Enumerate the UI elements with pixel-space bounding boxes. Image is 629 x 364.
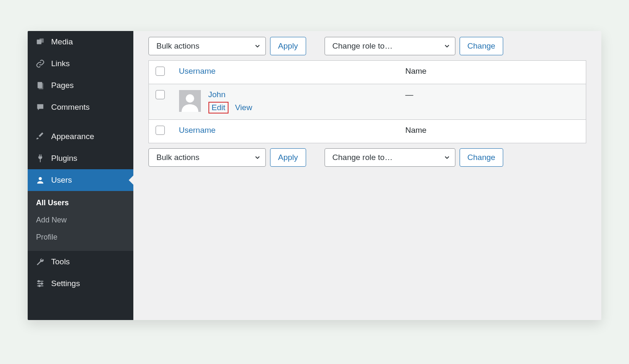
sidebar-item-pages[interactable]: Pages <box>28 75 133 96</box>
column-username[interactable]: Username <box>172 61 399 84</box>
sidebar-item-label: Plugins <box>51 154 77 163</box>
content-area: Bulk actions Apply Change role to… Chang… <box>133 31 601 320</box>
comment-icon <box>35 102 45 112</box>
sidebar-item-tools[interactable]: Tools <box>28 251 133 273</box>
users-table: Username Name John <box>148 60 586 143</box>
column-username-bottom[interactable]: Username <box>172 120 399 143</box>
user-icon <box>35 175 45 185</box>
svg-point-7 <box>39 285 40 287</box>
sidebar-item-plugins[interactable]: Plugins <box>28 147 133 169</box>
menu-separator <box>28 118 133 126</box>
select-all-checkbox-bottom[interactable] <box>156 126 165 135</box>
avatar <box>179 90 201 112</box>
sliders-icon <box>35 279 45 289</box>
media-icon <box>35 37 45 47</box>
pages-icon <box>35 80 45 90</box>
sidebar-item-comments[interactable]: Comments <box>28 96 133 118</box>
sidebar-item-label: Links <box>51 59 70 68</box>
select-all-checkbox[interactable] <box>156 67 165 76</box>
toolbar-bottom: Bulk actions Apply Change role to… Chang… <box>148 148 586 167</box>
view-link[interactable]: View <box>235 103 252 112</box>
sidebar-item-settings[interactable]: Settings <box>28 273 133 294</box>
chevron-down-icon <box>443 42 451 50</box>
row-actions: Edit View <box>208 102 252 114</box>
submenu-add-new[interactable]: Add New <box>28 212 133 229</box>
submenu-profile[interactable]: Profile <box>28 229 133 246</box>
sidebar-item-label: Pages <box>51 81 74 90</box>
sidebar-item-media[interactable]: Media <box>28 31 133 53</box>
link-icon <box>35 59 45 69</box>
svg-point-4 <box>39 177 42 180</box>
chevron-down-icon <box>443 154 451 161</box>
svg-rect-3 <box>39 83 43 90</box>
change-role-select[interactable]: Change role to… <box>325 37 455 55</box>
sidebar-item-links[interactable]: Links <box>28 53 133 75</box>
change-button-bottom[interactable]: Change <box>460 148 504 167</box>
sidebar-item-label: Tools <box>51 257 70 266</box>
sidebar-item-label: Appearance <box>51 132 94 141</box>
select-value: Bulk actions <box>156 41 199 51</box>
select-value: Bulk actions <box>156 153 199 162</box>
chevron-down-icon <box>254 42 261 50</box>
chevron-down-icon <box>254 154 261 161</box>
toolbar-top: Bulk actions Apply Change role to… Chang… <box>148 37 586 55</box>
svg-rect-1 <box>39 39 44 43</box>
svg-point-5 <box>38 281 40 282</box>
wp-admin-frame: Media Links Pages Comments Appearance <box>28 31 601 320</box>
edit-link[interactable]: Edit <box>208 102 229 114</box>
select-value: Change role to… <box>333 153 393 162</box>
sidebar-item-label: Comments <box>51 103 90 112</box>
row-checkbox[interactable] <box>156 90 165 99</box>
sidebar-item-label: Media <box>51 37 73 46</box>
sidebar-item-users[interactable]: Users <box>28 169 133 191</box>
select-value: Change role to… <box>333 41 393 51</box>
sidebar-item-appearance[interactable]: Appearance <box>28 126 133 147</box>
column-name[interactable]: Name <box>399 61 586 84</box>
brush-icon <box>35 132 45 142</box>
submenu-all-users[interactable]: All Users <box>28 194 133 212</box>
svg-point-8 <box>186 94 194 103</box>
bulk-actions-select[interactable]: Bulk actions <box>148 37 266 55</box>
sidebar-item-label: Users <box>51 176 72 185</box>
plug-icon <box>35 153 45 163</box>
admin-sidebar: Media Links Pages Comments Appearance <box>28 31 133 320</box>
change-button[interactable]: Change <box>460 37 504 55</box>
apply-button-bottom[interactable]: Apply <box>270 148 306 167</box>
svg-point-6 <box>41 283 43 284</box>
wrench-icon <box>35 257 45 267</box>
name-value: — <box>405 90 413 99</box>
users-submenu: All Users Add New Profile <box>28 191 133 251</box>
apply-button[interactable]: Apply <box>270 37 306 55</box>
change-role-select-bottom[interactable]: Change role to… <box>325 148 455 167</box>
column-name-bottom[interactable]: Name <box>399 120 586 143</box>
sidebar-item-label: Settings <box>51 279 80 288</box>
bulk-actions-select-bottom[interactable]: Bulk actions <box>148 148 266 167</box>
username-link[interactable]: John <box>208 90 226 99</box>
table-row: John Edit View — <box>149 84 586 120</box>
